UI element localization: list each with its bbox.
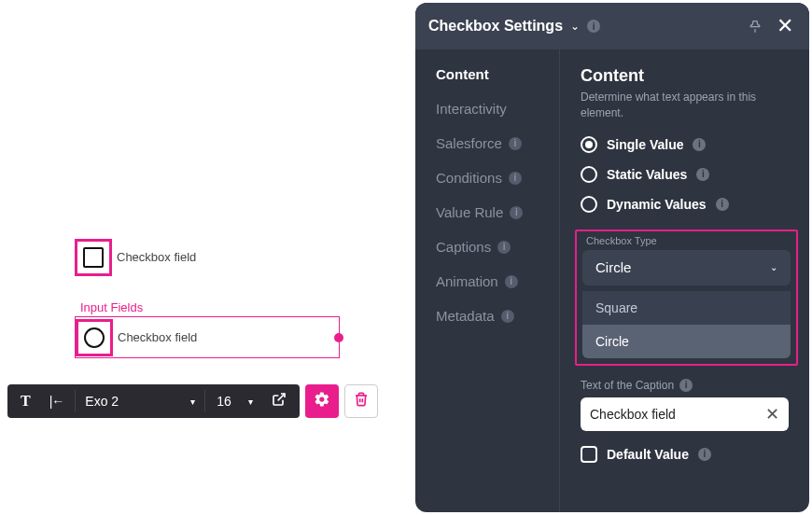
text-style-button[interactable]: T	[13, 389, 38, 413]
selection-handle[interactable]	[334, 333, 343, 342]
nav-animation-label: Animation	[436, 273, 498, 289]
checkbox-field-circle-label: Checkbox field	[118, 330, 197, 344]
caption-text-label-text: Text of the Caption	[581, 379, 674, 392]
checkbox-type-label: Checkbox Type	[582, 235, 791, 246]
caption-text-label: Text of the Caption i	[581, 379, 789, 392]
radio-static-label: Static Values	[607, 167, 687, 182]
close-icon: ✕	[777, 16, 793, 36]
info-icon: i	[510, 206, 523, 219]
text-icon: T	[21, 393, 31, 410]
panel-header: Checkbox Settings ⌄ i ✕	[415, 3, 809, 49]
nav-captions[interactable]: Captionsi	[436, 239, 559, 255]
settings-panel: Checkbox Settings ⌄ i ✕ Content Interact…	[415, 3, 809, 512]
square-checkbox-icon	[83, 247, 104, 268]
checkbox-type-select[interactable]: Circle ⌄	[582, 250, 791, 285]
chevron-down-icon: ▾	[248, 397, 253, 407]
nav-interactivity-label: Interactivity	[436, 101, 507, 117]
font-size-select[interactable]: 16 ▾	[209, 390, 260, 412]
gear-icon	[314, 391, 330, 411]
pin-button[interactable]	[744, 15, 766, 37]
font-family-value: Exo 2	[85, 394, 119, 409]
radio-icon	[581, 166, 597, 183]
toolbar-dark-group: T |← Exo 2 ▾ 16 ▾	[7, 384, 300, 418]
external-link-icon	[272, 392, 287, 411]
input-fields-group-label: Input Fields	[80, 300, 143, 314]
content-pane: Content Determine what text appears in t…	[560, 49, 809, 512]
clear-icon[interactable]: ✕	[765, 404, 779, 425]
radio-icon	[581, 136, 597, 153]
info-icon: i	[501, 310, 514, 323]
checkbox-field-circle-selected[interactable]: Checkbox field	[75, 316, 340, 358]
nav-value-rule-label: Value Rule	[436, 204, 503, 220]
info-icon[interactable]: i	[698, 448, 711, 461]
content-subtitle: Determine what text appears in this elem…	[581, 90, 789, 121]
nav-animation[interactable]: Animationi	[436, 273, 559, 289]
info-icon[interactable]: i	[587, 20, 600, 33]
radio-dynamic-label: Dynamic Values	[607, 197, 707, 212]
value-type-radio-group: Single Value i Static Values i Dynamic V…	[581, 136, 789, 213]
checkbox-type-options: Square Circle	[582, 291, 791, 358]
info-icon[interactable]: i	[716, 198, 729, 211]
nav-conditions-label: Conditions	[436, 170, 502, 186]
checkbox-circle-wrap	[76, 319, 113, 356]
checkbox-icon	[581, 446, 597, 463]
info-icon[interactable]: i	[696, 168, 709, 181]
trash-icon	[354, 392, 369, 411]
chevron-down-icon[interactable]: ⌄	[570, 20, 580, 33]
option-circle[interactable]: Circle	[582, 325, 791, 358]
nav-value-rule[interactable]: Value Rulei	[436, 204, 559, 220]
caption-text-input[interactable]: Checkbox field ✕	[581, 397, 789, 431]
delete-button[interactable]	[344, 384, 378, 418]
checkbox-type-value: Circle	[595, 259, 631, 275]
content-heading: Content	[581, 66, 789, 86]
info-icon: i	[497, 241, 511, 254]
caption-text-value: Checkbox field	[590, 407, 765, 422]
nav-metadata[interactable]: Metadatai	[436, 308, 559, 324]
info-icon[interactable]: i	[679, 379, 693, 392]
info-icon[interactable]: i	[693, 138, 706, 151]
formatting-toolbar: T |← Exo 2 ▾ 16 ▾	[7, 384, 378, 418]
nav-captions-label: Captions	[436, 239, 491, 255]
settings-button[interactable]	[305, 384, 339, 418]
svg-line-0	[278, 394, 285, 400]
option-square[interactable]: Square	[582, 291, 791, 325]
radio-single-label: Single Value	[607, 137, 683, 152]
info-icon: i	[509, 172, 522, 185]
checkbox-field-square-label: Checkbox field	[117, 250, 196, 264]
chevron-down-icon: ⌄	[770, 262, 777, 272]
nav-salesforce-label: Salesforce	[436, 135, 502, 151]
indent-icon: |←	[49, 394, 64, 409]
nav-content-label: Content	[436, 66, 489, 82]
nav-conditions[interactable]: Conditionsi	[436, 170, 559, 186]
close-button[interactable]: ✕	[774, 15, 796, 37]
external-link-button[interactable]	[264, 388, 294, 414]
panel-title: Checkbox Settings	[428, 18, 563, 35]
font-size-value: 16	[217, 394, 231, 409]
info-icon: i	[509, 137, 522, 150]
info-icon: i	[505, 275, 518, 288]
indent-button[interactable]: |←	[42, 390, 72, 412]
circle-checkbox-icon	[84, 327, 105, 348]
settings-side-nav: Content Interactivity Salesforcei Condit…	[415, 49, 560, 512]
radio-dynamic-values[interactable]: Dynamic Values i	[581, 196, 789, 213]
default-value-label: Default Value	[607, 447, 689, 462]
panel-body: Content Interactivity Salesforcei Condit…	[415, 49, 809, 512]
chevron-down-icon: ▾	[190, 397, 195, 407]
nav-metadata-label: Metadata	[436, 308, 495, 324]
font-family-select[interactable]: Exo 2 ▾	[75, 390, 205, 412]
checkbox-field-square[interactable]	[75, 239, 112, 276]
checkbox-type-highlight: Checkbox Type Circle ⌄ Square Circle	[575, 230, 798, 366]
default-value-checkbox[interactable]: Default Value i	[581, 446, 789, 463]
nav-interactivity[interactable]: Interactivity	[436, 101, 559, 117]
nav-salesforce[interactable]: Salesforcei	[436, 135, 559, 151]
radio-static-values[interactable]: Static Values i	[581, 166, 789, 183]
radio-icon	[581, 196, 597, 213]
radio-single-value[interactable]: Single Value i	[581, 136, 789, 153]
nav-content[interactable]: Content	[436, 66, 559, 82]
